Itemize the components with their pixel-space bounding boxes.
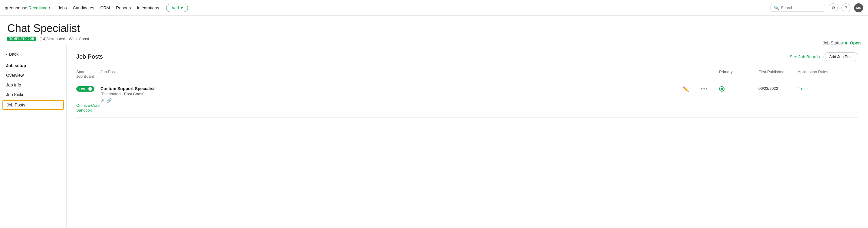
content-actions: See Job Boards Add Job Post bbox=[789, 52, 858, 61]
sidebar-item-job-posts[interactable]: Job Posts bbox=[2, 100, 64, 110]
search-icon: 🔍 bbox=[774, 5, 779, 10]
row-status: LIVE bbox=[76, 86, 100, 92]
brand-recruiting: Recruiting bbox=[28, 5, 48, 10]
job-status-label: Job Status: bbox=[823, 40, 844, 45]
nav-integrations[interactable]: Integrations bbox=[137, 5, 159, 10]
link-icon[interactable]: 🔗 bbox=[106, 98, 112, 103]
toggle-dot bbox=[88, 87, 92, 91]
application-rule-link[interactable]: 1 rule bbox=[798, 87, 808, 91]
page-subtitle: TEMPLATE JOB (14)Distributed - West Coas… bbox=[7, 37, 861, 41]
nav-reports[interactable]: Reports bbox=[116, 5, 131, 10]
more-action: ••• bbox=[701, 86, 719, 92]
col-primary: Primary bbox=[719, 70, 758, 74]
live-label: LIVE bbox=[79, 87, 87, 91]
brand-logo[interactable]: greenhouse Recruiting ▾ bbox=[5, 5, 51, 10]
content-header: Job Posts See Job Boards Add Job Post bbox=[76, 52, 858, 61]
nav-crm[interactable]: CRM bbox=[100, 5, 110, 10]
job-post-location: (Distributed - East Coast) bbox=[100, 92, 683, 96]
col-more bbox=[701, 70, 719, 74]
job-post-name: Custom Support Specialist bbox=[100, 86, 683, 91]
sidebar-item-job-info[interactable]: Job Info bbox=[0, 80, 66, 90]
nav-jobs[interactable]: Jobs bbox=[58, 5, 67, 10]
topnav-right: 🔍 ⚙ ? MS bbox=[771, 3, 863, 12]
back-link[interactable]: ‹ Back bbox=[0, 50, 66, 61]
brand-dropdown-icon[interactable]: ▾ bbox=[49, 6, 51, 10]
col-job-board: Job Board bbox=[76, 74, 100, 78]
top-navigation: greenhouse Recruiting ▾ Jobs Candidates … bbox=[0, 0, 868, 16]
nav-candidates[interactable]: Candidates bbox=[73, 5, 94, 10]
sidebar-section-title: Job setup bbox=[0, 61, 66, 70]
col-status: Status bbox=[76, 70, 100, 74]
job-posts-title: Job Posts bbox=[76, 53, 103, 60]
add-dropdown-icon: ▾ bbox=[181, 5, 183, 10]
row-job-board: Omniva-Corp Sandbox bbox=[76, 103, 100, 112]
row-first-published: 06/23/2022 bbox=[758, 86, 798, 91]
settings-icon: ⚙ bbox=[831, 5, 835, 10]
user-avatar[interactable]: MS bbox=[854, 3, 863, 12]
page-header: Chat Specialist TEMPLATE JOB (14)Distrib… bbox=[0, 16, 868, 45]
sidebar: ‹ Back Job setup Overview Job Info Job K… bbox=[0, 45, 67, 228]
back-chevron-icon: ‹ bbox=[6, 52, 7, 56]
see-job-boards-link[interactable]: See Job Boards bbox=[789, 55, 820, 59]
col-edit bbox=[683, 70, 701, 74]
page-location: (14)Distributed - West Coast bbox=[39, 37, 89, 41]
search-box[interactable]: 🔍 bbox=[771, 4, 825, 12]
sidebar-item-job-kickoff[interactable]: Job Kickoff bbox=[0, 90, 66, 99]
row-job-post: Custom Support Specialist (Distributed -… bbox=[100, 86, 683, 103]
back-label: Back bbox=[9, 52, 19, 57]
add-job-post-button[interactable]: Add Job Post bbox=[824, 52, 858, 61]
table-header: Status Job Post Primary First Published … bbox=[76, 67, 858, 82]
help-button[interactable]: ? bbox=[841, 3, 850, 12]
live-badge: LIVE bbox=[76, 86, 94, 92]
job-post-icons: ↗ 🔗 bbox=[100, 98, 683, 103]
settings-button[interactable]: ⚙ bbox=[829, 3, 838, 12]
col-first-published: First Published bbox=[758, 70, 798, 74]
radio-inner bbox=[721, 88, 723, 90]
job-status-bar: Job Status: Open bbox=[823, 40, 861, 45]
brand-greenhouse: greenhouse bbox=[5, 5, 27, 10]
help-icon: ? bbox=[845, 5, 847, 10]
main-content: Job Posts See Job Boards Add Job Post St… bbox=[67, 45, 868, 228]
job-board-link[interactable]: Omniva-Corp Sandbox bbox=[76, 103, 100, 112]
main-layout: ‹ Back Job setup Overview Job Info Job K… bbox=[0, 45, 868, 228]
col-application-rules: Application Rules bbox=[798, 70, 858, 74]
row-primary bbox=[719, 86, 758, 92]
sidebar-item-overview[interactable]: Overview bbox=[0, 70, 66, 80]
status-dot bbox=[845, 42, 847, 44]
search-input[interactable] bbox=[781, 5, 822, 10]
col-job-post: Job Post bbox=[100, 70, 683, 74]
table-row: LIVE Custom Support Specialist (Distribu… bbox=[76, 82, 858, 118]
job-status-value: Open bbox=[850, 40, 861, 45]
edit-action: ✏️ bbox=[683, 86, 701, 92]
external-link-icon[interactable]: ↗ bbox=[100, 98, 104, 103]
add-button[interactable]: Add ▾ bbox=[166, 4, 188, 12]
page-title: Chat Specialist bbox=[7, 22, 861, 35]
nav-links: Jobs Candidates CRM Reports Integrations bbox=[58, 5, 159, 10]
edit-icon[interactable]: ✏️ bbox=[683, 86, 689, 92]
more-icon[interactable]: ••• bbox=[701, 86, 708, 92]
template-badge: TEMPLATE JOB bbox=[7, 37, 36, 41]
row-application-rules: 1 rule bbox=[798, 86, 858, 91]
primary-radio[interactable] bbox=[719, 86, 724, 92]
